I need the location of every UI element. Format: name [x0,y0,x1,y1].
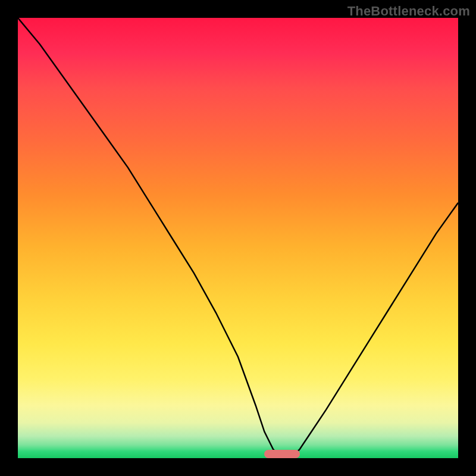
plot-area [18,18,458,458]
watermark-text: TheBottleneck.com [347,4,470,19]
bottleneck-curve [18,18,458,458]
chart-frame: TheBottleneck.com [0,0,476,476]
series-layer [18,18,458,458]
optimal-range-marker [264,450,299,458]
